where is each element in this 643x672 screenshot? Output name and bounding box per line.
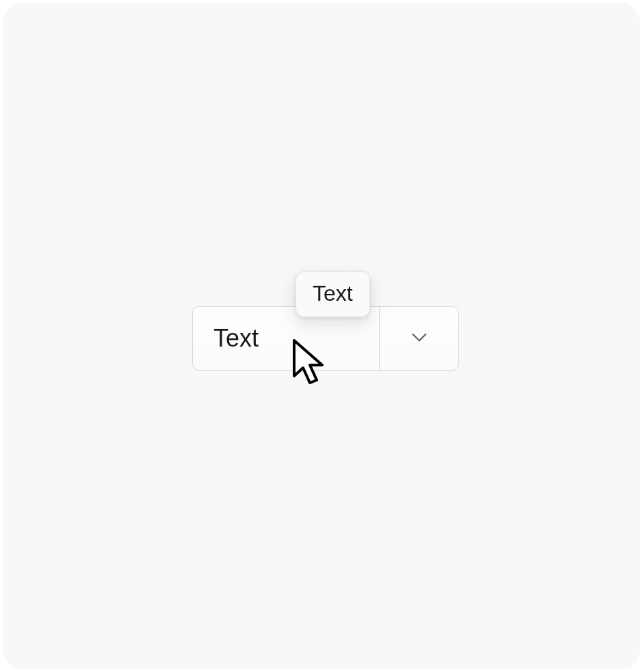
chevron-down-icon bbox=[408, 326, 430, 351]
split-button-dropdown[interactable] bbox=[380, 307, 458, 370]
split-button-label: Text bbox=[213, 324, 259, 353]
tooltip-text: Text bbox=[313, 281, 353, 306]
tooltip: Text bbox=[296, 271, 370, 317]
canvas: Text Text bbox=[3, 3, 640, 669]
